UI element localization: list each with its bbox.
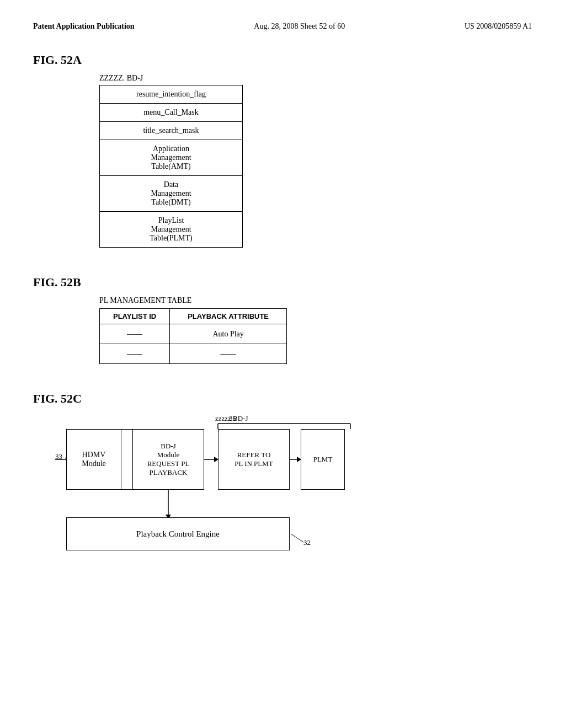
header-left: Patent Application Publication xyxy=(33,22,135,31)
figure-52b: FIG. 52B PL MANAGEMENT TABLE PLAYLIST ID… xyxy=(33,275,532,364)
table-header-row: PLAYLIST ID PLAYBACK ATTRIBUTE xyxy=(100,309,287,324)
figure-52a: FIG. 52A ZZZZZ. BD-J resume_intention_fl… xyxy=(33,53,532,248)
table-cell-attr-1: Auto Play xyxy=(170,324,287,344)
table-cell: menu_Call_Mask xyxy=(100,104,243,122)
page: Patent Application Publication Aug. 28, … xyxy=(0,0,565,728)
box-refer: REFER TOPL IN PLMT xyxy=(218,429,290,490)
table-row: menu_Call_Mask xyxy=(100,104,243,122)
table-cell: DataManagementTable(DMT) xyxy=(100,176,243,212)
box-pce-text: Playback Control Engine xyxy=(136,529,220,539)
fig52c-label: FIG. 52C xyxy=(33,392,532,406)
box-pce: Playback Control Engine xyxy=(66,517,290,550)
bdj-label-52a: ZZZZZ. BD-J xyxy=(99,74,532,83)
fig52a-content: ZZZZZ. BD-J resume_intention_flag menu_C… xyxy=(99,74,532,248)
table-cell: PlayListManagementTable(PLMT) xyxy=(100,212,243,248)
table-cell-attr-2: —— xyxy=(170,344,287,364)
table-cell-id-1: —— xyxy=(100,324,170,344)
page-header: Patent Application Publication Aug. 28, … xyxy=(33,22,532,31)
header-center: Aug. 28, 2008 Sheet 52 of 60 xyxy=(254,22,345,31)
pl-mgmt-label: PL MANAGEMENT TABLE xyxy=(99,296,532,305)
table-row: title_search_mask xyxy=(100,122,243,140)
svg-line-12 xyxy=(291,534,303,542)
table-row: —— —— xyxy=(100,344,287,364)
table-52b: PLAYLIST ID PLAYBACK ATTRIBUTE —— Auto P… xyxy=(99,308,287,364)
label-32: 32 xyxy=(303,538,311,547)
table-cell: ApplicationManagementTable(AMT) xyxy=(100,140,243,176)
col-playback-attr: PLAYBACK ATTRIBUTE xyxy=(170,309,287,324)
fig52a-label: FIG. 52A xyxy=(33,53,532,67)
diagram-52c: zzzzz.BD-J xyxy=(55,413,441,589)
fig52b-label: FIG. 52B xyxy=(33,275,532,290)
table-row: resume_intention_flag xyxy=(100,85,243,104)
box-plmt: PLMT xyxy=(301,429,345,490)
figure-52c: FIG. 52C zzzzz.BD-J xyxy=(33,392,532,589)
table-cell-id-2: —— xyxy=(100,344,170,364)
header-right: US 2008/0205859 A1 xyxy=(465,22,532,31)
box-plmt-text: PLMT xyxy=(313,455,333,464)
box-refer-text: REFER TOPL IN PLMT xyxy=(234,451,273,468)
fig52b-content: PL MANAGEMENT TABLE PLAYLIST ID PLAYBACK… xyxy=(99,296,532,364)
table-cell: title_search_mask xyxy=(100,122,243,140)
table-cell: resume_intention_flag xyxy=(100,85,243,104)
label-35: 35 xyxy=(229,414,236,423)
table-row: —— Auto Play xyxy=(100,324,287,344)
table-row: PlayListManagementTable(PLMT) xyxy=(100,212,243,248)
outer-box-hdmv-bdj xyxy=(66,429,204,490)
col-playlist-id: PLAYLIST ID xyxy=(100,309,170,324)
table-row: DataManagementTable(DMT) xyxy=(100,176,243,212)
table-row: ApplicationManagementTable(AMT) xyxy=(100,140,243,176)
table-52a: resume_intention_flag menu_Call_Mask tit… xyxy=(99,85,243,248)
